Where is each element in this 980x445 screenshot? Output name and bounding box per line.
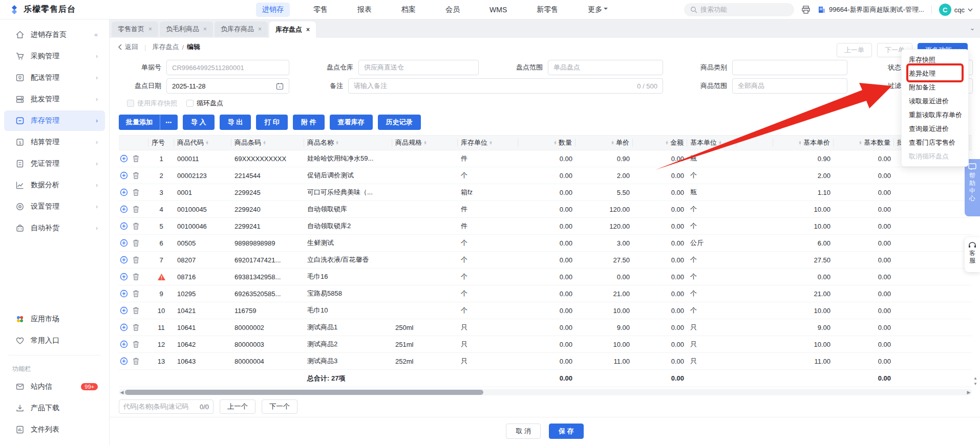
chevron-right-icon[interactable]: › (96, 53, 98, 60)
plus-circle-icon[interactable] (120, 154, 128, 163)
trash-icon[interactable] (132, 340, 140, 348)
quick-search-input[interactable]: 代码|名称|条码|速记码 0/0 (119, 399, 214, 414)
plus-circle-icon[interactable] (120, 205, 128, 213)
checkbox-循环盘点[interactable]: 循环盘点 (186, 99, 223, 108)
menu-item-读取最近进价[interactable]: 读取最近进价 (902, 94, 968, 108)
column-header-基本单位[interactable]: 基本单位▲▼ (687, 139, 736, 147)
chevron-right-icon[interactable]: › (96, 203, 98, 210)
column-header-商品条码[interactable]: 商品条码▲▼ (231, 139, 304, 147)
field-input-备注[interactable]: 请输入备注0 / 500 (348, 78, 663, 94)
sidebar-item-结算管理[interactable]: $结算管理› (4, 132, 105, 152)
menu-item-查询最近进价[interactable]: 查询最近进价 (902, 122, 968, 136)
column-header-金额[interactable]: ▲▼金额 (633, 139, 687, 147)
field-input-单据号[interactable]: CR99664992511280001 (166, 60, 289, 75)
menu-item-差异处理[interactable]: 差异处理 (902, 66, 968, 80)
menu-item-重新读取库存单价[interactable]: 重新读取库存单价 (902, 108, 968, 122)
plus-circle-icon[interactable] (120, 357, 128, 365)
trash-icon[interactable] (132, 188, 140, 196)
help-center-widget[interactable]: 帮助中心 (965, 159, 980, 216)
plus-circle-icon[interactable] (120, 222, 128, 230)
chevron-right-icon[interactable]: › (96, 117, 98, 124)
tabstrip-chevron-icon[interactable]: ⌄ (970, 25, 975, 32)
plus-circle-icon[interactable] (120, 239, 128, 247)
sidebar-item-进销存首页[interactable]: 进销存首页« (4, 25, 105, 45)
toolbar-button-导出[interactable]: 导 出 (220, 115, 251, 130)
nav-item-WMS[interactable]: WMS (483, 3, 513, 16)
trash-icon[interactable] (132, 290, 140, 298)
breadcrumb-section[interactable]: 库存盘点 (152, 42, 179, 52)
trash-icon[interactable] (132, 171, 140, 180)
sidebar-item-设置管理[interactable]: 设置管理› (4, 196, 105, 217)
sidebar-item-配送管理[interactable]: 配送管理› (4, 68, 105, 88)
plus-circle-icon[interactable] (120, 323, 128, 331)
collapse-sidebar-icon[interactable]: « (94, 31, 98, 38)
trash-icon[interactable] (132, 205, 140, 213)
menu-item-库存快照[interactable]: 库存快照 (902, 53, 968, 66)
sidebar-item-自动补货[interactable]: 自动补货› (4, 218, 105, 238)
plus-circle-icon[interactable] (120, 171, 128, 180)
nav-item-进销存[interactable]: 进销存 (256, 3, 290, 17)
field-input-盘点范围[interactable]: 单品盘点 (548, 60, 663, 75)
chevron-right-icon[interactable]: › (96, 139, 98, 146)
trash-icon[interactable] (132, 256, 140, 264)
store-selector[interactable]: 99664-新界面商超版测试-管理... (818, 5, 924, 14)
trash-icon[interactable] (132, 239, 140, 247)
plus-circle-icon[interactable] (120, 290, 128, 298)
field-input-商品类别[interactable] (732, 60, 847, 75)
toolbar-button-导入[interactable]: 导 入 (183, 115, 215, 130)
sidebar-item-库存管理[interactable]: 库存管理› (4, 110, 105, 131)
chevron-right-icon[interactable]: › (96, 160, 98, 167)
sidebar-item-站内信[interactable]: 站内信99+ (4, 376, 105, 397)
chevron-right-icon[interactable]: › (96, 96, 98, 103)
cancel-button[interactable]: 取 消 (506, 424, 541, 439)
next-item-button[interactable]: 下一个 (262, 399, 297, 414)
trash-icon[interactable] (132, 273, 140, 281)
checkbox-使用库存快照[interactable]: 使用库存快照 (127, 99, 177, 108)
prev-order-button[interactable]: 上一单 (837, 43, 872, 57)
nav-item-零售[interactable]: 零售 (307, 3, 334, 17)
batch-add-button[interactable]: 批量添加 (119, 115, 160, 130)
chevron-right-icon[interactable]: › (96, 182, 98, 189)
printer-icon[interactable] (801, 5, 811, 14)
tab-库存盘点[interactable]: 库存盘点× (269, 21, 316, 38)
tab-零售首页[interactable]: 零售首页× (112, 21, 158, 37)
customer-service-widget[interactable]: 客服 (965, 237, 980, 272)
sidebar-item-数据分析[interactable]: 数据分析› (4, 175, 105, 195)
column-header-数量[interactable]: ▲▼数量 (518, 139, 576, 147)
close-icon[interactable]: × (148, 26, 152, 33)
search-input[interactable]: 搜索功能 (684, 3, 794, 16)
nav-item-档案[interactable]: 档案 (395, 3, 422, 17)
nav-item-会员[interactable]: 会员 (439, 3, 466, 17)
field-input-盘点日期[interactable]: 2025-11-28 (166, 78, 289, 94)
scroll-left-icon[interactable]: ◀ (119, 390, 125, 395)
user-menu[interactable]: C cqc (939, 4, 973, 16)
save-button[interactable]: 保 存 (549, 424, 584, 439)
toolbar-button-附件[interactable]: 附 件 (293, 115, 325, 130)
column-header-商品代码[interactable]: 商品代码▲▼ (174, 139, 231, 147)
menu-item-附加备注[interactable]: 附加备注 (902, 80, 968, 94)
plus-circle-icon[interactable] (120, 256, 128, 264)
column-header-商品名称[interactable]: 商品名称▲▼ (304, 139, 392, 147)
column-header-库存单位[interactable]: 库存单位▲▼ (458, 139, 518, 147)
close-icon[interactable]: × (258, 26, 262, 33)
chevron-right-icon[interactable]: › (96, 74, 98, 81)
toolbar-button-查看库存[interactable]: 查看库存 (330, 115, 373, 130)
tab-负库存商品[interactable]: 负库存商品× (215, 21, 268, 37)
column-header-基本单价[interactable]: ▲▼基本单价 (773, 139, 834, 147)
nav-item-新零售[interactable]: 新零售 (530, 3, 564, 17)
plus-circle-icon[interactable] (120, 340, 128, 348)
toolbar-button-历史记录[interactable]: 历史记录 (378, 115, 421, 130)
horizontal-scrollbar[interactable]: ◀ ▶ (119, 389, 972, 395)
sidebar-item-应用市场[interactable]: 应用市场 (4, 309, 105, 329)
column-header-基本数量[interactable]: ▲▼基本数量 (834, 139, 894, 147)
trash-icon[interactable] (132, 357, 140, 365)
trash-icon[interactable] (132, 323, 140, 331)
column-header-商品规格[interactable]: 商品规格▲▼ (392, 139, 458, 147)
field-input-盘点仓库[interactable]: 供应商直送仓 (358, 60, 479, 75)
tab-负毛利商品[interactable]: 负毛利商品× (160, 21, 213, 37)
close-icon[interactable]: × (306, 26, 310, 33)
scroll-right-icon[interactable]: ▶ (966, 390, 972, 395)
calendar-icon[interactable] (276, 82, 284, 90)
back-button[interactable]: 返回 (118, 42, 138, 52)
plus-circle-icon[interactable] (120, 273, 128, 281)
